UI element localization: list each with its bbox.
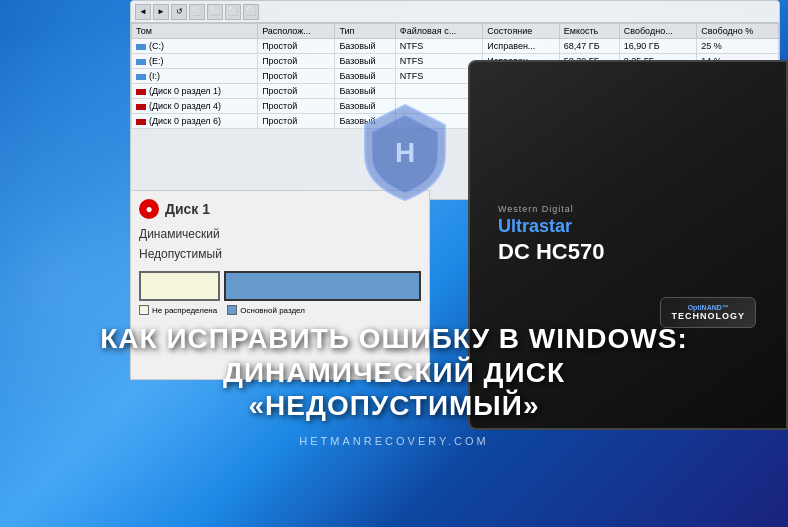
col-header-tom: Том — [132, 24, 258, 39]
table-cell-0-2: Базовый — [335, 39, 395, 54]
col-header-capacity: Емкость — [559, 24, 619, 39]
toolbar-forward[interactable]: ► — [153, 4, 169, 20]
table-cell-3-1: Простой — [258, 84, 335, 99]
disk-legend: Не распределена Основной раздел — [139, 305, 421, 315]
col-header-tip: Тип — [335, 24, 395, 39]
table-cell-0-0: (C:) — [132, 39, 258, 54]
col-header-raspolozh: Располож... — [258, 24, 335, 39]
disk-type-label: Динамический — [139, 227, 421, 241]
table-cell-3-2: Базовый — [335, 84, 395, 99]
main-text-overlay: КАК ИСПРАВИТЬ ОШИБКУ В WINDOWS: ДИНАМИЧЕ… — [0, 322, 788, 447]
window-toolbar: ◄ ► ↺ ⬜ ⬜ ⬜ ⬜ — [131, 1, 779, 23]
hdd-brand-area: Western Digital Ultrastar DC HC570 — [486, 192, 776, 285]
legend-unallocated: Не распределена — [139, 305, 217, 315]
disk-row-icon — [136, 89, 146, 95]
disk-bar-row — [139, 271, 421, 301]
hdd-brand-ultrastar: Ultrastar — [498, 216, 764, 237]
col-header-free-pct: Свободно % — [697, 24, 779, 39]
table-row: (C:)ПростойБазовыйNTFSИсправен...68,47 Г… — [132, 39, 779, 54]
hdd-brand-model: DC HC570 — [498, 239, 764, 265]
col-header-status: Состояние — [483, 24, 559, 39]
table-cell-0-7: 25 % — [697, 39, 779, 54]
disk-bar-unallocated — [139, 271, 220, 301]
table-cell-1-0: (E:) — [132, 54, 258, 69]
legend-box-main — [227, 305, 237, 315]
svg-text:H: H — [395, 137, 415, 168]
disk-row-icon — [136, 74, 146, 80]
table-cell-0-1: Простой — [258, 39, 335, 54]
col-header-free: Свободно... — [619, 24, 697, 39]
table-cell-2-0: (I:) — [132, 69, 258, 84]
table-cell-0-3: NTFS — [395, 39, 482, 54]
table-cell-0-5: 68,47 ГБ — [559, 39, 619, 54]
table-cell-5-1: Простой — [258, 114, 335, 129]
col-header-fs: Файловая с... — [395, 24, 482, 39]
legend-box-unallocated — [139, 305, 149, 315]
toolbar-btn2[interactable]: ⬜ — [207, 4, 223, 20]
opti-label-top: OptiNAND™ — [671, 304, 745, 311]
table-cell-3-0: (Диск 0 раздел 1) — [132, 84, 258, 99]
legend-label-unallocated: Не распределена — [152, 306, 217, 315]
legend-main: Основной раздел — [227, 305, 305, 315]
toolbar-btn4[interactable]: ⬜ — [243, 4, 259, 20]
site-url: HETMANRECOVERY.COM — [40, 435, 748, 447]
opti-label-bottom: TECHNOLOGY — [671, 311, 745, 321]
main-title-line3: «НЕДОПУСТИМЫЙ» — [40, 389, 748, 423]
disk-panel-title: Диск 1 — [165, 201, 210, 217]
table-cell-0-6: 16,90 ГБ — [619, 39, 697, 54]
disk-status-icon: ● — [139, 199, 159, 219]
disk-bar-main — [224, 271, 421, 301]
toolbar-btn1[interactable]: ⬜ — [189, 4, 205, 20]
hdd-brand-westerndigital: Western Digital — [498, 204, 764, 214]
disk-row-icon — [136, 119, 146, 125]
table-cell-5-0: (Диск 0 раздел 6) — [132, 114, 258, 129]
table-cell-2-2: Базовый — [335, 69, 395, 84]
disk-row-icon — [136, 104, 146, 110]
disk-status-label: Недопустимый — [139, 247, 421, 261]
main-title-line1: КАК ИСПРАВИТЬ ОШИБКУ В WINDOWS: — [40, 322, 748, 356]
disk-row-icon — [136, 44, 146, 50]
toolbar-refresh[interactable]: ↺ — [171, 4, 187, 20]
toolbar-btn3[interactable]: ⬜ — [225, 4, 241, 20]
disk-row-icon — [136, 59, 146, 65]
table-cell-1-2: Базовый — [335, 54, 395, 69]
table-cell-0-4: Исправен... — [483, 39, 559, 54]
table-cell-1-1: Простой — [258, 54, 335, 69]
main-title-line2: ДИНАМИЧЕСКИЙ ДИСК — [40, 356, 748, 390]
table-cell-4-1: Простой — [258, 99, 335, 114]
shield-logo: H — [360, 100, 450, 205]
table-cell-2-1: Простой — [258, 69, 335, 84]
toolbar-back[interactable]: ◄ — [135, 4, 151, 20]
legend-label-main: Основной раздел — [240, 306, 305, 315]
table-cell-4-0: (Диск 0 раздел 4) — [132, 99, 258, 114]
